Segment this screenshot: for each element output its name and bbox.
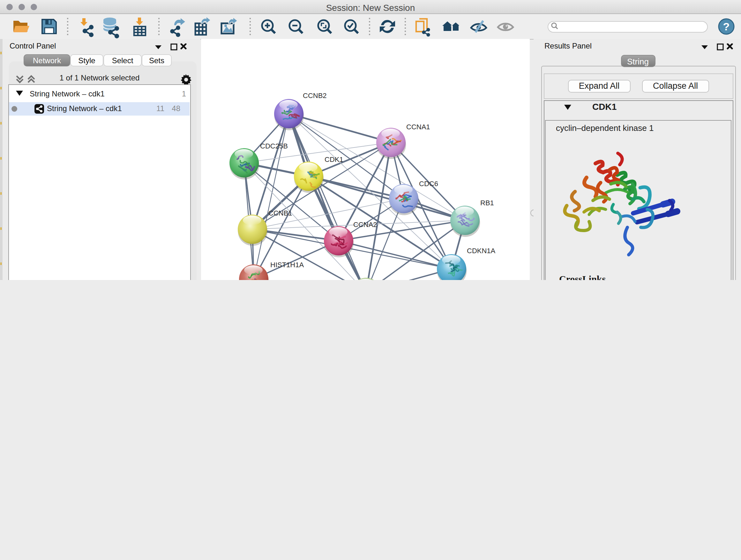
svg-text:CCNA1: CCNA1 <box>406 123 430 131</box>
svg-text:CDKN1A: CDKN1A <box>467 247 495 255</box>
svg-text:CCNE1: CCNE1 <box>381 279 405 280</box>
svg-text:?: ? <box>723 20 730 33</box>
svg-text:CCNB2: CCNB2 <box>302 91 327 100</box>
svg-text:CCNA2: CCNA2 <box>353 221 377 229</box>
svg-text:CDC25B: CDC25B <box>260 142 287 150</box>
svg-text:CDC6: CDC6 <box>419 180 438 188</box>
svg-text:CDK1: CDK1 <box>324 155 343 164</box>
svg-text:RB1: RB1 <box>480 199 494 207</box>
svg-text:CCNB1: CCNB1 <box>268 209 292 217</box>
svg-text:HIST1H1A: HIST1H1A <box>270 261 304 269</box>
